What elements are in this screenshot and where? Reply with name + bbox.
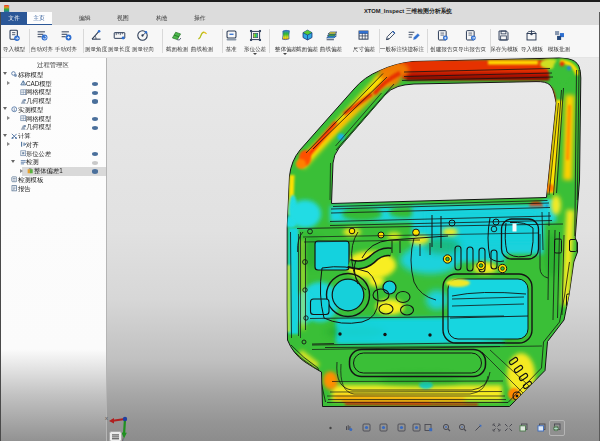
svg-text:x: x: [105, 415, 108, 421]
